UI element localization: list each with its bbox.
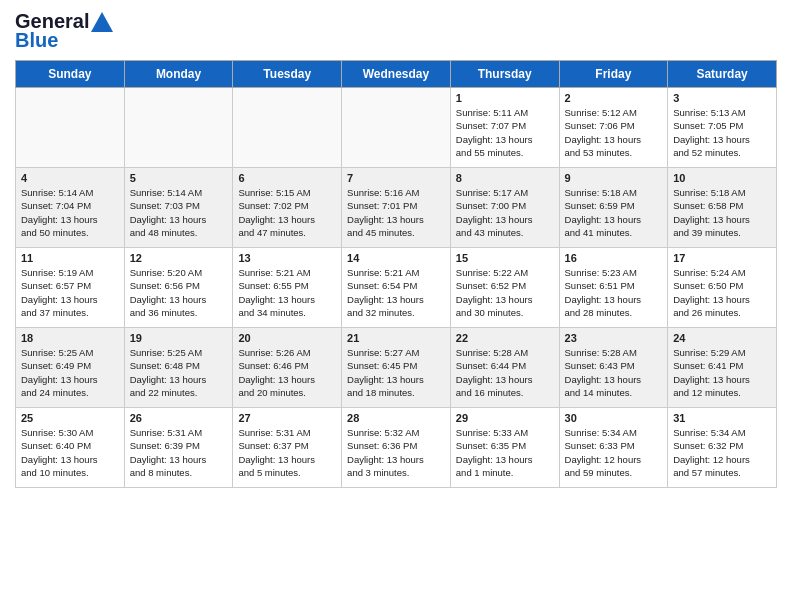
day-number: 5	[130, 172, 228, 184]
cell-text: and 36 minutes.	[130, 306, 228, 319]
cell-text: Sunset: 6:40 PM	[21, 439, 119, 452]
calendar-cell: 12Sunrise: 5:20 AMSunset: 6:56 PMDayligh…	[124, 248, 233, 328]
cell-text: Daylight: 12 hours	[565, 453, 663, 466]
cell-text: Daylight: 13 hours	[238, 213, 336, 226]
cell-text: and 48 minutes.	[130, 226, 228, 239]
cell-text: Sunrise: 5:12 AM	[565, 106, 663, 119]
cell-text: Sunrise: 5:18 AM	[565, 186, 663, 199]
cell-text: and 8 minutes.	[130, 466, 228, 479]
calendar-cell: 30Sunrise: 5:34 AMSunset: 6:33 PMDayligh…	[559, 408, 668, 488]
logo-icon	[91, 12, 113, 32]
cell-text: Sunrise: 5:28 AM	[565, 346, 663, 359]
calendar-cell: 28Sunrise: 5:32 AMSunset: 6:36 PMDayligh…	[342, 408, 451, 488]
cell-text: Daylight: 13 hours	[347, 453, 445, 466]
cell-text: Daylight: 13 hours	[565, 373, 663, 386]
day-number: 16	[565, 252, 663, 264]
col-header-saturday: Saturday	[668, 61, 777, 88]
cell-text: Daylight: 13 hours	[347, 293, 445, 306]
cell-text: and 59 minutes.	[565, 466, 663, 479]
calendar-cell: 20Sunrise: 5:26 AMSunset: 6:46 PMDayligh…	[233, 328, 342, 408]
cell-text: Sunset: 6:55 PM	[238, 279, 336, 292]
day-number: 31	[673, 412, 771, 424]
calendar-cell: 7Sunrise: 5:16 AMSunset: 7:01 PMDaylight…	[342, 168, 451, 248]
cell-text: Sunset: 7:02 PM	[238, 199, 336, 212]
cell-text: Daylight: 12 hours	[673, 453, 771, 466]
cell-text: Sunrise: 5:26 AM	[238, 346, 336, 359]
calendar-cell: 11Sunrise: 5:19 AMSunset: 6:57 PMDayligh…	[16, 248, 125, 328]
cell-text: Daylight: 13 hours	[673, 373, 771, 386]
day-number: 22	[456, 332, 554, 344]
calendar-cell: 13Sunrise: 5:21 AMSunset: 6:55 PMDayligh…	[233, 248, 342, 328]
cell-text: Daylight: 13 hours	[130, 213, 228, 226]
day-number: 30	[565, 412, 663, 424]
cell-text: Sunrise: 5:31 AM	[130, 426, 228, 439]
cell-text: and 55 minutes.	[456, 146, 554, 159]
cell-text: and 26 minutes.	[673, 306, 771, 319]
col-header-friday: Friday	[559, 61, 668, 88]
calendar-cell: 1Sunrise: 5:11 AMSunset: 7:07 PMDaylight…	[450, 88, 559, 168]
cell-text: Sunrise: 5:19 AM	[21, 266, 119, 279]
day-number: 3	[673, 92, 771, 104]
cell-text: and 28 minutes.	[565, 306, 663, 319]
cell-text: and 1 minute.	[456, 466, 554, 479]
day-number: 13	[238, 252, 336, 264]
cell-text: and 18 minutes.	[347, 386, 445, 399]
day-number: 11	[21, 252, 119, 264]
day-number: 18	[21, 332, 119, 344]
cell-text: Daylight: 13 hours	[673, 133, 771, 146]
cell-text: Daylight: 13 hours	[238, 293, 336, 306]
calendar-cell: 19Sunrise: 5:25 AMSunset: 6:48 PMDayligh…	[124, 328, 233, 408]
cell-text: and 39 minutes.	[673, 226, 771, 239]
cell-text: Daylight: 13 hours	[21, 213, 119, 226]
cell-text: Sunset: 6:41 PM	[673, 359, 771, 372]
day-number: 1	[456, 92, 554, 104]
day-number: 9	[565, 172, 663, 184]
calendar-cell: 29Sunrise: 5:33 AMSunset: 6:35 PMDayligh…	[450, 408, 559, 488]
cell-text: and 57 minutes.	[673, 466, 771, 479]
cell-text: and 43 minutes.	[456, 226, 554, 239]
cell-text: Sunset: 6:44 PM	[456, 359, 554, 372]
cell-text: Sunrise: 5:14 AM	[21, 186, 119, 199]
day-number: 14	[347, 252, 445, 264]
logo: General Blue	[15, 10, 113, 52]
calendar-cell: 17Sunrise: 5:24 AMSunset: 6:50 PMDayligh…	[668, 248, 777, 328]
cell-text: Sunrise: 5:21 AM	[347, 266, 445, 279]
day-number: 28	[347, 412, 445, 424]
cell-text: Sunrise: 5:34 AM	[673, 426, 771, 439]
cell-text: Sunset: 6:32 PM	[673, 439, 771, 452]
cell-text: Sunset: 6:49 PM	[21, 359, 119, 372]
cell-text: Daylight: 13 hours	[21, 293, 119, 306]
cell-text: Daylight: 13 hours	[565, 213, 663, 226]
cell-text: Sunrise: 5:13 AM	[673, 106, 771, 119]
cell-text: Sunrise: 5:32 AM	[347, 426, 445, 439]
cell-text: Sunrise: 5:15 AM	[238, 186, 336, 199]
cell-text: and 47 minutes.	[238, 226, 336, 239]
cell-text: Daylight: 13 hours	[21, 453, 119, 466]
day-number: 6	[238, 172, 336, 184]
cell-text: and 53 minutes.	[565, 146, 663, 159]
page-header: General Blue	[15, 10, 777, 52]
cell-text: and 52 minutes.	[673, 146, 771, 159]
cell-text: Daylight: 13 hours	[456, 453, 554, 466]
day-number: 25	[21, 412, 119, 424]
cell-text: Sunrise: 5:14 AM	[130, 186, 228, 199]
cell-text: Daylight: 13 hours	[565, 133, 663, 146]
day-number: 8	[456, 172, 554, 184]
day-number: 21	[347, 332, 445, 344]
cell-text: Sunset: 6:51 PM	[565, 279, 663, 292]
svg-marker-0	[91, 12, 113, 32]
day-number: 29	[456, 412, 554, 424]
cell-text: Sunset: 6:39 PM	[130, 439, 228, 452]
col-header-wednesday: Wednesday	[342, 61, 451, 88]
cell-text: and 3 minutes.	[347, 466, 445, 479]
day-number: 20	[238, 332, 336, 344]
cell-text: Sunset: 6:52 PM	[456, 279, 554, 292]
calendar-cell: 16Sunrise: 5:23 AMSunset: 6:51 PMDayligh…	[559, 248, 668, 328]
calendar-cell	[233, 88, 342, 168]
col-header-thursday: Thursday	[450, 61, 559, 88]
calendar-cell	[16, 88, 125, 168]
calendar-cell: 15Sunrise: 5:22 AMSunset: 6:52 PMDayligh…	[450, 248, 559, 328]
cell-text: Daylight: 13 hours	[238, 373, 336, 386]
cell-text: Sunset: 6:35 PM	[456, 439, 554, 452]
day-number: 2	[565, 92, 663, 104]
